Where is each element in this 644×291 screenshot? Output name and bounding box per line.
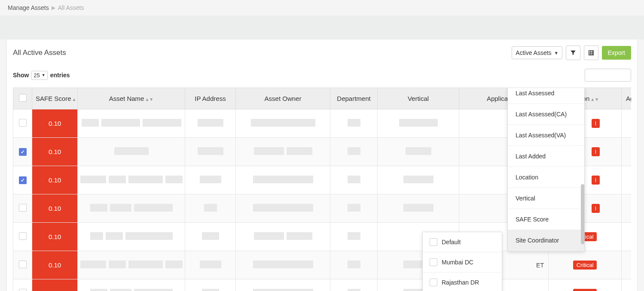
chevron-down-icon: ▼ — [42, 73, 46, 77]
assets-table: SAFE Score▲▼ Asset Name▲▼ IP Address Ass… — [13, 88, 631, 291]
col-safe-score[interactable]: SAFE Score▲▼ — [32, 88, 78, 109]
grid-icon — [588, 49, 595, 56]
col-ip-address[interactable]: IP Address — [185, 88, 236, 109]
row-checkbox[interactable] — [19, 232, 27, 240]
placeholder — [101, 119, 140, 127]
owner-cell — [236, 223, 330, 251]
row-checkbox[interactable] — [19, 289, 27, 291]
site-menu-item[interactable]: Mumbai DC — [423, 252, 502, 273]
sort-icon: ▲▼ — [590, 97, 599, 102]
vertical-cell — [378, 194, 459, 223]
site-coordinator-menu: DefaultMumbai DCRajasthan DRsiteCord.dev — [422, 232, 502, 291]
column-menu-item[interactable]: Vertical — [508, 188, 584, 209]
site-menu-label: Default — [442, 239, 461, 246]
placeholder — [406, 147, 431, 155]
asset-name-cell — [78, 223, 185, 251]
safe-score-cell: 0.10 — [32, 223, 78, 251]
agent-cell — [622, 279, 632, 291]
checkbox[interactable] — [430, 279, 437, 286]
column-menu-item[interactable]: SAFE Score — [508, 209, 584, 230]
partial-text: ET — [536, 262, 544, 269]
col-asset-owner[interactable]: Asset Owner — [236, 88, 330, 109]
placeholder — [134, 289, 173, 291]
col-department[interactable]: Department — [330, 88, 378, 109]
placeholder — [403, 204, 433, 212]
column-menu-item[interactable]: Last Assessed(CA) — [508, 104, 584, 125]
col-asset-name[interactable]: Asset Name▲▼ — [78, 88, 185, 109]
placeholder — [200, 261, 221, 268]
safe-score-cell: 0.10 — [32, 251, 78, 279]
dept-cell — [330, 194, 378, 223]
placeholder — [348, 147, 360, 155]
asset-filter-select[interactable]: Active Assets ▼ — [512, 46, 562, 59]
column-menu-item[interactable]: Last Assessed — [508, 88, 584, 104]
row-checkbox[interactable] — [19, 148, 27, 156]
table-row[interactable]: 0.10ETCritical — [13, 279, 632, 291]
columns-button[interactable] — [584, 45, 598, 60]
filter-button[interactable] — [566, 45, 580, 60]
asset-name-cell — [78, 166, 185, 194]
placeholder — [202, 289, 219, 291]
agent-cell — [622, 109, 632, 138]
placeholder — [90, 232, 103, 240]
owner-cell — [236, 194, 330, 223]
ip-cell — [185, 109, 236, 138]
placeholder — [198, 119, 223, 127]
column-menu-item[interactable]: Last Added — [508, 146, 584, 167]
placeholder — [287, 147, 312, 155]
search-input[interactable] — [585, 69, 631, 82]
col-agent[interactable]: Agent — [622, 88, 632, 109]
row-checkbox[interactable] — [19, 261, 27, 268]
row-checkbox[interactable] — [19, 119, 27, 127]
dept-cell — [330, 109, 378, 138]
owner-cell — [236, 109, 330, 138]
placeholder — [90, 204, 107, 212]
select-all-checkbox[interactable] — [19, 94, 27, 102]
entries-suffix: entries — [50, 72, 70, 79]
checkbox[interactable] — [430, 238, 437, 246]
breadcrumb-root[interactable]: Manage Assets — [8, 4, 49, 11]
owner-cell — [236, 138, 330, 166]
agent-cell — [622, 166, 632, 194]
table-row[interactable]: 0.10ETCritical — [13, 251, 632, 279]
placeholder — [134, 204, 173, 212]
checkbox[interactable] — [430, 258, 437, 266]
owner-cell — [236, 251, 330, 279]
critical-badge: Critical — [573, 261, 597, 270]
asset-filter-value: Active Assets — [516, 49, 551, 56]
critical-badge: l — [592, 176, 600, 185]
site-menu-item[interactable]: Rajasthan DR — [423, 273, 502, 291]
placeholder — [109, 261, 126, 268]
ip-cell — [185, 251, 236, 279]
rating-cell: Critical — [549, 251, 622, 279]
placeholder — [202, 232, 219, 240]
placeholder — [348, 289, 360, 291]
column-menu: Last AssessedLast Assessed(CA)Last Asses… — [507, 88, 585, 252]
breadcrumb: Manage Assets ▶ All Assets — [0, 0, 644, 15]
ip-cell — [185, 166, 236, 194]
column-menu-item[interactable]: Site Coordinator — [508, 230, 584, 251]
entries-count: 25 — [34, 72, 40, 79]
site-menu-item[interactable]: Default — [423, 232, 502, 252]
scrollbar-thumb[interactable] — [581, 184, 584, 244]
row-checkbox[interactable] — [19, 204, 27, 212]
entries-select[interactable]: 25 ▼ — [31, 71, 47, 80]
column-menu-item[interactable]: Location — [508, 167, 584, 188]
export-button[interactable]: Export — [602, 46, 631, 60]
placeholder — [90, 289, 107, 291]
owner-cell — [236, 279, 330, 291]
placeholder — [287, 232, 312, 240]
placeholder — [165, 176, 183, 183]
column-menu-item[interactable]: Last Assessed(VA) — [508, 125, 584, 146]
rating-cell: Critical — [549, 279, 622, 291]
row-checkbox[interactable] — [19, 176, 27, 184]
vertical-cell — [378, 109, 459, 138]
dept-cell — [330, 138, 378, 166]
col-vertical[interactable]: Vertical — [378, 88, 459, 109]
breadcrumb-current: All Assets — [58, 4, 84, 11]
sort-icon: ▲▼ — [145, 97, 153, 102]
show-label: Show — [13, 72, 29, 79]
placeholder — [114, 147, 149, 155]
ip-cell — [185, 223, 236, 251]
agent-cell — [622, 138, 632, 166]
